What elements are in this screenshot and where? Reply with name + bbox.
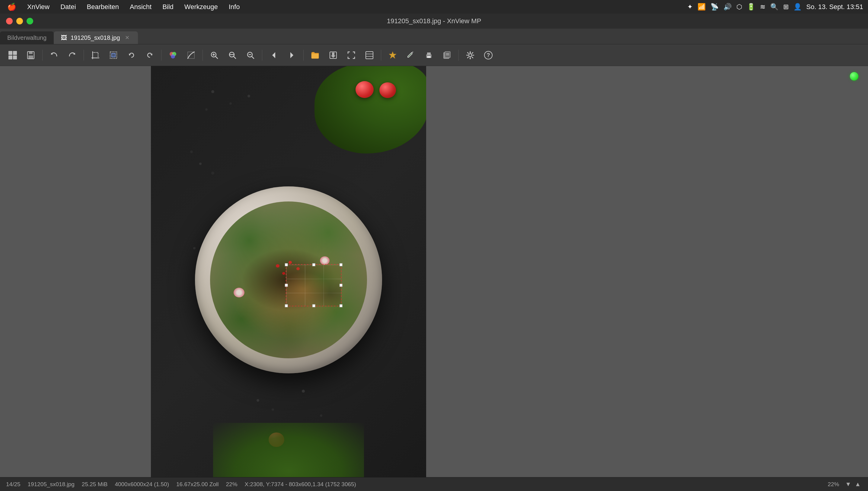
statusbar-right: 22% ▼ ▲ — [828, 481, 862, 488]
main-content — [0, 66, 868, 477]
peppercorn-8 — [193, 247, 196, 250]
svg-line-46 — [468, 57, 468, 58]
folder-button[interactable] — [307, 47, 323, 63]
zoom-decrease-button[interactable]: ▼ — [844, 481, 852, 488]
help-button[interactable]: ? — [480, 47, 496, 63]
zoom-fit-button[interactable] — [225, 47, 240, 63]
separator-7 — [381, 50, 381, 61]
print-button[interactable] — [421, 47, 437, 63]
image-filename: 191205_sx018.jpg — [28, 481, 75, 488]
prev-button[interactable] — [266, 47, 282, 63]
radish-2 — [320, 256, 330, 265]
apple-menu[interactable]: 🍎 — [5, 1, 19, 12]
svg-marker-22 — [272, 52, 275, 58]
control-center-icon[interactable]: ⊞ — [783, 3, 789, 11]
statusbar: 14/25 191205_sx018.jpg 25.25 MiB 4000x60… — [0, 477, 868, 491]
minimize-button[interactable] — [16, 18, 23, 24]
menu-werkzeuge[interactable]: Werkzeuge — [182, 2, 220, 12]
export-button[interactable] — [325, 47, 341, 63]
zoom-in-button[interactable] — [206, 47, 222, 63]
svg-rect-35 — [445, 52, 450, 58]
svg-line-21 — [252, 56, 254, 59]
image-coordinates: X:2308, Y:7374 - 803x600,1.34 (1752 3065… — [245, 481, 356, 488]
image-print-size: 16.67x25.00 Zoll — [176, 481, 219, 488]
next-button[interactable] — [284, 47, 300, 63]
color-button[interactable] — [165, 47, 181, 63]
svg-rect-11 — [188, 52, 194, 59]
handle-tl[interactable] — [285, 263, 288, 266]
fullscreen-button[interactable] — [343, 47, 359, 63]
separator-8 — [458, 50, 459, 61]
separator-2 — [84, 50, 84, 61]
menu-bild[interactable]: Bild — [160, 2, 176, 12]
menu-info[interactable]: Info — [226, 2, 242, 12]
image-viewer[interactable] — [151, 66, 426, 477]
greens-bottom — [213, 423, 364, 477]
radish-1 — [233, 288, 245, 297]
close-button[interactable] — [6, 18, 13, 24]
rotate-cw-button[interactable] — [142, 47, 158, 63]
image-index: 14/25 — [6, 481, 21, 488]
handle-tr[interactable] — [339, 263, 342, 266]
tab-bildverwaltung[interactable]: Bildverwaltung — [0, 31, 54, 44]
handle-ml[interactable] — [285, 284, 288, 287]
user-icon: 👤 — [793, 3, 802, 11]
save-button[interactable] — [23, 47, 39, 63]
zoom-increase-button[interactable]: ▲ — [853, 481, 862, 488]
handle-bc[interactable] — [312, 304, 315, 307]
maximize-button[interactable] — [27, 18, 33, 24]
handle-tc[interactable] — [312, 263, 315, 266]
save-copy-button[interactable] — [439, 47, 455, 63]
seed-2 — [288, 261, 292, 264]
peppercorn-1 — [211, 90, 214, 93]
curves-button[interactable] — [183, 47, 199, 63]
edit-button[interactable] — [403, 47, 419, 63]
star-button[interactable] — [385, 47, 400, 63]
menu-datei[interactable]: Datei — [58, 2, 78, 12]
menu-bearbeiten[interactable]: Bearbeiten — [85, 2, 121, 12]
redo-button[interactable] — [64, 47, 80, 63]
tomatoes-group — [356, 81, 396, 99]
separator-4 — [202, 50, 203, 61]
handle-br[interactable] — [339, 304, 342, 307]
search-icon[interactable]: 🔍 — [770, 3, 778, 11]
peppercorn-13 — [256, 399, 259, 402]
battery-icon: 🔋 — [747, 3, 755, 11]
menu-ansicht[interactable]: Ansicht — [128, 2, 154, 12]
svg-rect-7 — [112, 53, 115, 57]
airplay-icon: 📡 — [710, 3, 719, 11]
handle-mr[interactable] — [339, 284, 342, 287]
panel-button[interactable] — [362, 47, 377, 63]
menu-xnview[interactable]: XnView — [25, 2, 52, 12]
svg-text:?: ? — [487, 52, 490, 58]
grid-view-button[interactable] — [5, 47, 21, 63]
zoom-out-button[interactable] — [243, 47, 258, 63]
tab-close-button[interactable]: ✕ — [124, 34, 131, 41]
rotate-ccw-button[interactable] — [124, 47, 139, 63]
svg-point-38 — [469, 54, 472, 57]
crop-button[interactable] — [87, 47, 103, 63]
selection-box[interactable] — [286, 264, 342, 306]
svg-rect-32 — [427, 53, 431, 55]
svg-marker-29 — [389, 52, 396, 59]
right-panel — [421, 66, 868, 477]
settings-button[interactable] — [463, 47, 478, 63]
peppercorn-3 — [248, 95, 250, 97]
date-time: So. 13. Sept. 13:51 — [806, 3, 863, 11]
svg-rect-33 — [427, 56, 431, 58]
titlebar: 191205_sx018.jpg - XnView MP — [0, 13, 868, 29]
undo-button[interactable] — [46, 47, 62, 63]
handle-bl[interactable] — [285, 304, 288, 307]
tomato-2 — [380, 82, 396, 98]
zoom-stepper: ▼ ▲ — [844, 481, 862, 488]
select-button[interactable] — [106, 47, 121, 63]
tab-image-icon: 🖼 — [61, 34, 67, 41]
tabs-bar: Bildverwaltung 🖼 191205_sx018.jpg ✕ — [0, 29, 868, 44]
image-dimensions: 4000x6000x24 (1.50) — [115, 481, 169, 488]
wifi2-icon: ≋ — [760, 3, 765, 11]
separator-6 — [303, 50, 304, 61]
separator-3 — [161, 50, 162, 61]
tab-image[interactable]: 🖼 191205_sx018.jpg ✕ — [54, 31, 138, 44]
svg-rect-3 — [93, 53, 98, 58]
svg-rect-2 — [28, 56, 33, 59]
